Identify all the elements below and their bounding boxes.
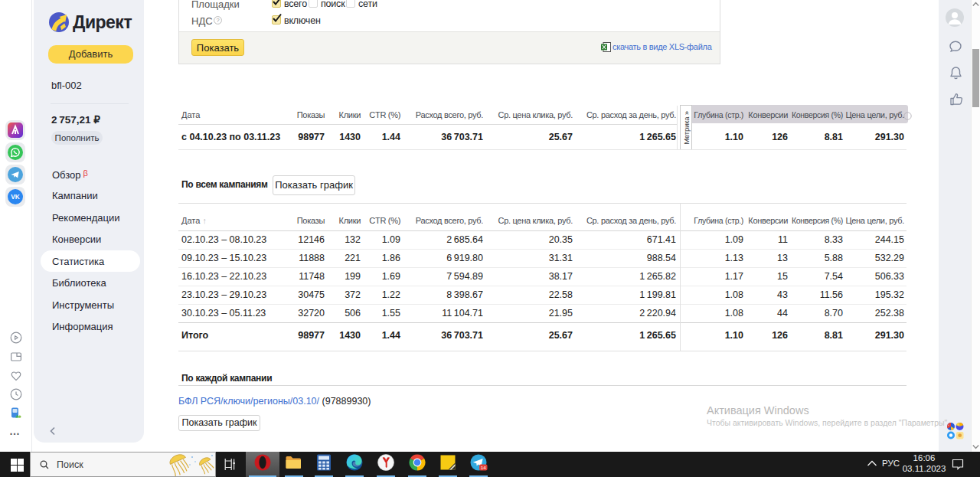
svg-text:VK: VK xyxy=(11,193,20,201)
svg-text:?: ? xyxy=(216,17,219,24)
svg-text:14: 14 xyxy=(481,465,486,470)
